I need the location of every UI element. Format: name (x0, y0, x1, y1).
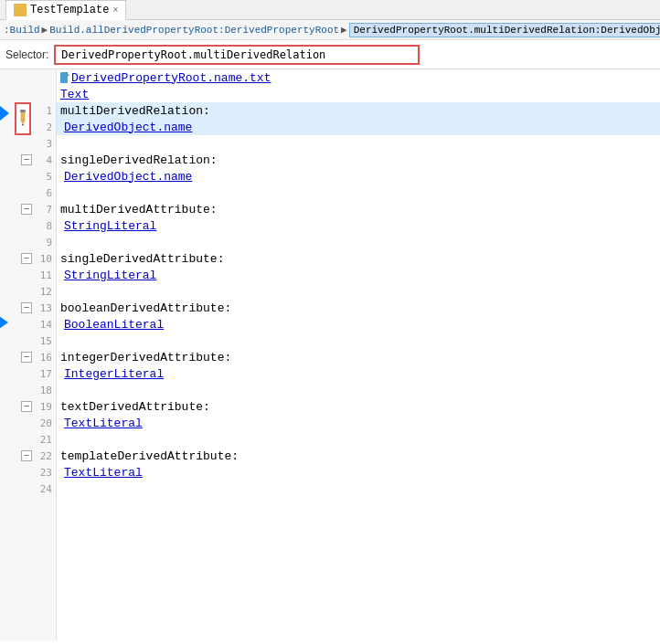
breadcrumb-node1[interactable]: Build.allDerivedPropertyRoot:DerivedProp… (49, 25, 339, 36)
code-row: singleDerivedAttribute: (57, 250, 660, 267)
code-row: DerivedObject.name (57, 119, 660, 135)
link-text[interactable]: StringLiteral (64, 269, 156, 282)
link-text[interactable]: TextLiteral (64, 466, 143, 480)
fold-minus-icon[interactable]: − (21, 450, 32, 461)
tab-label: TestTemplate (30, 4, 109, 16)
file-ref-text[interactable]: DerivedPropertyRoot.name.txt (71, 71, 271, 85)
link-text[interactable]: DerivedObject.name (64, 121, 192, 134)
line-number: 6 (35, 187, 56, 199)
gutter-row: −7 (0, 201, 56, 217)
selector-input[interactable] (54, 45, 420, 65)
code-row (57, 283, 660, 300)
code-row (57, 382, 660, 398)
code-row: integerDerivedAttribute: (57, 349, 660, 365)
code-row: Text (57, 86, 660, 102)
line-number: 20 (35, 417, 56, 429)
gutter-row: 20 (0, 415, 56, 431)
code-row: booleanDerivedAttribute: (57, 300, 660, 316)
fold-minus-icon[interactable]: − (21, 253, 32, 264)
selector-label: Selector: (5, 48, 48, 61)
gutter-row: 18 (0, 382, 56, 398)
gutter-row: 6 (0, 185, 56, 201)
line-number: 24 (35, 483, 56, 495)
line-arrow-indicator (0, 106, 9, 121)
code-row (57, 431, 660, 448)
fold-icon[interactable]: − (18, 450, 35, 461)
gutter-row: −13 (0, 300, 56, 316)
code-text: integerDerivedAttribute: (60, 351, 231, 364)
fold-icon[interactable]: − (18, 154, 35, 165)
link-text[interactable]: DerivedObject.name (64, 170, 192, 184)
code-text: templateDerivedAttribute: (60, 449, 239, 463)
line-number: 17 (35, 368, 56, 380)
code-text: textDerivedAttribute: (60, 400, 210, 414)
fold-minus-icon[interactable]: − (21, 401, 32, 412)
code-row: textDerivedAttribute: (57, 398, 660, 415)
fold-icon[interactable]: − (18, 253, 35, 264)
gutter-row: 3 (0, 135, 56, 152)
code-row: DerivedPropertyRoot.name.txt (57, 69, 660, 86)
line-number: 19 (35, 401, 56, 413)
code-row (57, 333, 660, 349)
editor-area: 1 23−456−789−101112−131415−161718−192021… (0, 69, 660, 640)
code-row: singleDerivedRelation: (57, 152, 660, 168)
gutter-row (0, 69, 56, 86)
editor-content[interactable]: DerivedPropertyRoot.name.txtTextmultiDer… (57, 69, 660, 640)
line-number: 12 (35, 286, 56, 298)
selector-bar: Selector: (0, 40, 660, 69)
line-number: 10 (35, 253, 56, 265)
breadcrumb-build[interactable]: :Build (4, 25, 40, 36)
file-small-icon (60, 71, 71, 85)
line-number: 13 (35, 302, 56, 314)
title-bar: TestTemplate × (0, 0, 660, 20)
fold-minus-icon[interactable]: − (21, 154, 32, 165)
gutter-row: 5 (0, 168, 56, 185)
tab-testtemplate[interactable]: TestTemplate × (5, 0, 126, 20)
breadcrumb-node2-label: DerivedPropertyRoot.multiDerivedRelation… (354, 25, 660, 36)
fold-icon[interactable]: − (18, 204, 35, 215)
gutter-row: 17 (0, 365, 56, 382)
code-text: multiDerivedRelation: (60, 104, 210, 118)
gutter-row: 14 (0, 316, 56, 333)
tab-template-icon (14, 4, 27, 16)
code-row: templateDerivedAttribute: (57, 448, 660, 464)
svg-marker-1 (21, 121, 25, 124)
line-number: 8 (35, 220, 56, 232)
link-text[interactable]: Text (60, 88, 89, 101)
svg-marker-2 (22, 124, 24, 126)
breadcrumb-node2[interactable]: DerivedPropertyRoot.multiDerivedRelation… (349, 23, 660, 37)
code-text: booleanDerivedAttribute: (60, 301, 231, 315)
code-row: TextLiteral (57, 415, 660, 431)
code-row: DerivedObject.name (57, 168, 660, 185)
code-row (57, 234, 660, 250)
breadcrumb-sep-1: ▶ (42, 24, 48, 36)
fold-minus-icon[interactable]: − (21, 204, 32, 215)
gutter-row: 12 (0, 283, 56, 300)
gutter-row: 23 (0, 464, 56, 480)
breadcrumb-sep-2: ▶ (341, 24, 347, 36)
line-number: 4 (35, 154, 56, 166)
line-number: 22 (35, 450, 56, 462)
fold-icon[interactable]: − (18, 401, 35, 412)
fold-minus-icon[interactable]: − (21, 302, 32, 313)
link-text[interactable]: IntegerLiteral (64, 367, 164, 381)
gutter-row: −4 (0, 152, 56, 168)
code-row: StringLiteral (57, 267, 660, 283)
code-row: IntegerLiteral (57, 365, 660, 382)
link-text[interactable]: StringLiteral (64, 219, 156, 233)
line-number: 15 (35, 335, 56, 347)
line-number: 1 (35, 105, 56, 117)
link-text[interactable]: TextLiteral (64, 417, 143, 430)
fold-icon[interactable]: − (18, 352, 35, 363)
tab-close-button[interactable]: × (112, 5, 118, 16)
gutter-row: −19 (0, 398, 56, 415)
line-number: 16 (35, 352, 56, 364)
pencil-svg (17, 110, 28, 128)
gutter-row: 11 (0, 267, 56, 283)
link-text[interactable]: BooleanLiteral (64, 318, 164, 332)
fold-icon[interactable]: − (18, 302, 35, 313)
svg-rect-4 (60, 72, 68, 83)
fold-minus-icon[interactable]: − (21, 352, 32, 363)
code-row: BooleanLiteral (57, 316, 660, 333)
line-number: 11 (35, 269, 56, 281)
